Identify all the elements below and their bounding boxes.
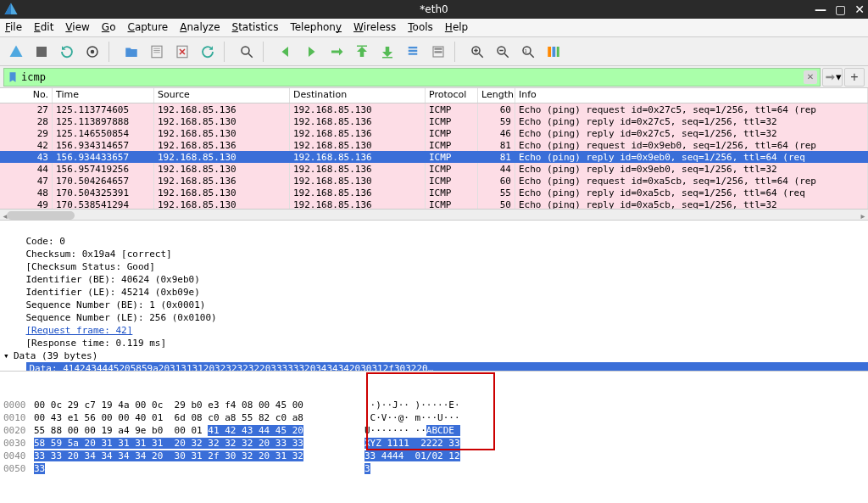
hex-row[interactable]: 004033 33 20 34 34 34 34 20 30 31 2f 30 … bbox=[3, 450, 865, 462]
menu-wireless[interactable]: Wireless bbox=[353, 21, 396, 34]
capture-options-button[interactable] bbox=[81, 41, 103, 63]
packet-list-header: No. Time Source Destination Protocol Len… bbox=[0, 88, 868, 103]
auto-scroll-button[interactable] bbox=[402, 41, 424, 63]
close-button[interactable]: ✕ bbox=[854, 3, 865, 16]
detail-checksum-status: [Checksum Status: Good] bbox=[26, 261, 155, 272]
menu-statistics[interactable]: Statistics bbox=[232, 21, 279, 34]
packet-row[interactable]: 42156.934314657192.168.85.136192.168.85.… bbox=[0, 139, 868, 151]
menu-view[interactable]: View bbox=[65, 21, 89, 34]
filter-bar: ✕ ▾ + bbox=[0, 66, 868, 88]
svg-text:1: 1 bbox=[525, 48, 528, 53]
toolbar: 1 bbox=[0, 37, 868, 66]
display-filter-input[interactable] bbox=[3, 68, 821, 87]
hex-row[interactable]: 003058 59 5a 20 31 31 31 31 20 32 32 32 … bbox=[3, 437, 865, 450]
hex-row[interactable]: 0050333 bbox=[3, 462, 865, 475]
add-filter-button[interactable]: + bbox=[844, 68, 865, 87]
svg-point-8 bbox=[242, 47, 249, 54]
svg-rect-10 bbox=[357, 45, 367, 47]
open-file-button[interactable] bbox=[120, 41, 142, 63]
go-last-button[interactable] bbox=[376, 41, 398, 63]
detail-code: Code: 0 bbox=[26, 236, 65, 247]
title-bar: *eth0 — ▢ ✕ bbox=[0, 0, 868, 19]
go-first-button[interactable] bbox=[351, 41, 373, 63]
menu-file[interactable]: File bbox=[5, 21, 22, 34]
menu-help[interactable]: Help bbox=[445, 21, 468, 34]
restart-capture-button[interactable] bbox=[56, 41, 78, 63]
detail-data-header[interactable]: Data (39 bytes) bbox=[14, 350, 97, 361]
go-forward-button[interactable] bbox=[300, 41, 322, 63]
packet-row[interactable]: 44156.957419256192.168.85.130192.168.85.… bbox=[0, 163, 868, 175]
zoom-in-button[interactable] bbox=[466, 41, 488, 63]
detail-data-hex[interactable]: Data: 4142434445205859a20313131203232323… bbox=[26, 362, 869, 372]
svg-rect-0 bbox=[36, 47, 47, 57]
bookmark-icon[interactable] bbox=[7, 71, 19, 83]
svg-rect-14 bbox=[409, 53, 418, 54]
save-file-button[interactable] bbox=[146, 41, 168, 63]
column-source[interactable]: Source bbox=[154, 88, 290, 103]
menu-analyze[interactable]: Analyze bbox=[180, 21, 220, 34]
column-no[interactable]: No. bbox=[0, 88, 53, 103]
hex-row[interactable]: 001000 43 e1 56 00 00 40 01 6d 08 c0 a8 … bbox=[3, 411, 865, 424]
svg-line-19 bbox=[479, 53, 483, 58]
svg-rect-17 bbox=[435, 51, 442, 53]
svg-rect-12 bbox=[409, 47, 418, 48]
packet-row[interactable]: 28125.113897888192.168.85.130192.168.85.… bbox=[0, 115, 868, 127]
hex-row[interactable]: 002055 88 00 00 19 a4 9e b0 00 01 41 42 … bbox=[3, 424, 865, 437]
reload-button[interactable] bbox=[197, 41, 219, 63]
tree-collapse-icon[interactable]: ▾ bbox=[3, 349, 14, 362]
packet-row[interactable]: 27125.113774605192.168.85.136192.168.85.… bbox=[0, 103, 868, 115]
menu-bar: File Edit View Go Capture Analyze Statis… bbox=[0, 19, 868, 37]
clear-filter-button[interactable]: ✕ bbox=[804, 70, 817, 84]
column-info[interactable]: Info bbox=[515, 88, 868, 103]
zoom-out-button[interactable] bbox=[492, 41, 514, 63]
zoom-reset-button[interactable]: 1 bbox=[517, 41, 539, 63]
go-back-button[interactable] bbox=[275, 41, 297, 63]
hex-dump-pane[interactable]: 000000 0c 29 c7 19 4a 00 0c 29 b0 e3 f4 … bbox=[0, 372, 868, 503]
detail-checksum: Checksum: 0x19a4 [correct] bbox=[26, 249, 172, 260]
svg-line-9 bbox=[248, 53, 253, 58]
go-to-packet-button[interactable] bbox=[326, 41, 348, 63]
svg-rect-16 bbox=[435, 48, 442, 49]
svg-rect-28 bbox=[548, 47, 551, 57]
resize-columns-button[interactable] bbox=[542, 41, 565, 63]
menu-capture[interactable]: Capture bbox=[127, 21, 168, 34]
maximize-button[interactable]: ▢ bbox=[835, 3, 846, 16]
packet-row[interactable]: 47170.504264657192.168.85.136192.168.85.… bbox=[0, 175, 868, 187]
packet-list[interactable]: 27125.113774605192.168.85.136192.168.85.… bbox=[0, 103, 868, 209]
menu-edit[interactable]: Edit bbox=[34, 21, 53, 34]
menu-tools[interactable]: Tools bbox=[408, 21, 433, 34]
svg-rect-29 bbox=[553, 47, 556, 57]
menu-go[interactable]: Go bbox=[102, 21, 116, 34]
detail-seq-be: Sequence Number (BE): 1 (0x0001) bbox=[26, 299, 206, 310]
packet-row[interactable]: 29125.146550854192.168.85.130192.168.85.… bbox=[0, 127, 868, 139]
detail-request-frame[interactable]: [Request frame: 42] bbox=[26, 325, 133, 336]
svg-rect-11 bbox=[382, 57, 392, 59]
column-destination[interactable]: Destination bbox=[290, 88, 426, 103]
column-time[interactable]: Time bbox=[53, 88, 154, 103]
packet-row[interactable]: 48170.504325391192.168.85.130192.168.85.… bbox=[0, 187, 868, 198]
hex-row[interactable]: 000000 0c 29 c7 19 4a 00 0c 29 b0 e3 f4 … bbox=[3, 399, 865, 411]
start-capture-button[interactable] bbox=[5, 41, 27, 63]
svg-line-23 bbox=[504, 53, 509, 58]
stop-capture-button[interactable] bbox=[31, 41, 53, 63]
packet-details-pane[interactable]: Code: 0 Checksum: 0x19a4 [correct] [Chec… bbox=[0, 221, 868, 372]
packet-list-scrollbar[interactable]: ◂▸ bbox=[0, 209, 868, 221]
svg-rect-13 bbox=[409, 49, 418, 51]
minimize-button[interactable]: — bbox=[815, 3, 826, 16]
close-file-button[interactable] bbox=[171, 41, 193, 63]
detail-id-le: Identifier (LE): 45214 (0xb09e) bbox=[26, 287, 200, 298]
colorize-button[interactable] bbox=[427, 41, 449, 63]
column-length[interactable]: Length bbox=[478, 88, 515, 103]
detail-seq-le: Sequence Number (LE): 256 (0x0100) bbox=[26, 312, 217, 323]
packet-row[interactable]: 43156.934433657192.168.85.130192.168.85.… bbox=[0, 151, 868, 163]
svg-rect-30 bbox=[557, 47, 559, 57]
app-icon bbox=[3, 2, 19, 17]
column-protocol[interactable]: Protocol bbox=[426, 88, 478, 103]
svg-point-2 bbox=[91, 49, 95, 53]
find-button[interactable] bbox=[236, 41, 258, 63]
packet-row[interactable]: 49170.538541294192.168.85.130192.168.85.… bbox=[0, 198, 868, 209]
menu-telephony[interactable]: Telephony bbox=[290, 21, 342, 34]
detail-id-be: Identifier (BE): 40624 (0x9eb0) bbox=[26, 274, 200, 285]
apply-filter-button[interactable]: ▾ bbox=[822, 68, 843, 87]
window-title: *eth0 bbox=[420, 3, 448, 15]
